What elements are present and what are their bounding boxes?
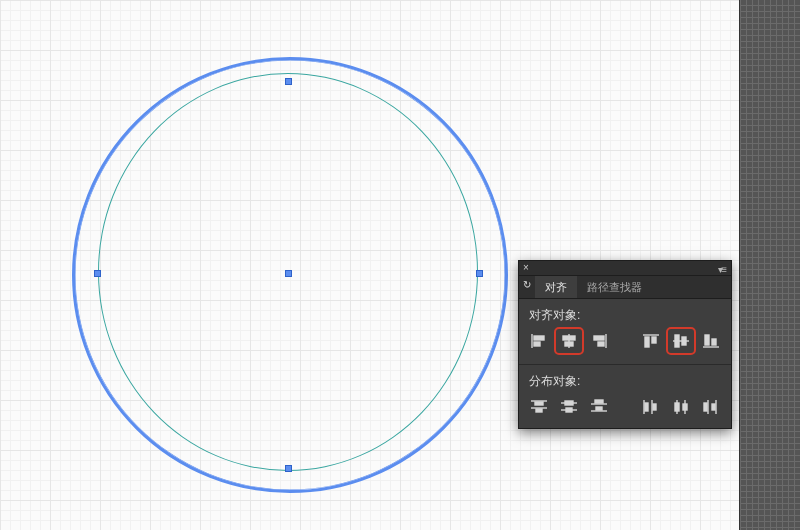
distribute-buttons-row — [519, 394, 731, 428]
svg-rect-5 — [565, 342, 573, 346]
vertical-distribute-top-icon[interactable] — [527, 396, 551, 418]
align-panel: × ▾≡ ↻ 对齐 路径查找器 对齐对象: — [518, 260, 732, 429]
svg-rect-13 — [675, 335, 679, 347]
close-icon[interactable]: × — [523, 262, 529, 273]
svg-rect-23 — [565, 401, 573, 405]
align-objects-label: 对齐对象: — [519, 299, 731, 328]
horizontal-align-center-icon[interactable] — [557, 330, 581, 352]
svg-rect-16 — [705, 335, 709, 345]
selection-anchor-top[interactable] — [285, 78, 292, 85]
svg-rect-38 — [704, 403, 707, 411]
horizontal-align-right-icon[interactable] — [587, 330, 611, 352]
horizontal-distribute-right-icon[interactable] — [699, 396, 723, 418]
ruler-right — [739, 0, 800, 530]
svg-rect-7 — [594, 336, 604, 340]
svg-rect-26 — [595, 400, 603, 403]
svg-rect-2 — [534, 342, 540, 346]
svg-rect-11 — [652, 337, 656, 343]
horizontal-distribute-center-icon[interactable] — [669, 396, 693, 418]
reset-icon[interactable]: ↻ — [523, 279, 531, 290]
distribute-objects-label: 分布对象: — [519, 365, 731, 394]
vertical-align-top-icon[interactable] — [639, 330, 663, 352]
selection-anchor-bottom[interactable] — [285, 465, 292, 472]
vertical-align-center-icon[interactable] — [669, 330, 693, 352]
svg-rect-17 — [712, 339, 716, 345]
tab-align[interactable]: 对齐 — [535, 276, 577, 298]
vertical-align-bottom-icon[interactable] — [699, 330, 723, 352]
selection-anchor-left[interactable] — [94, 270, 101, 277]
svg-rect-28 — [596, 407, 602, 410]
svg-rect-19 — [535, 402, 543, 405]
svg-rect-14 — [682, 337, 686, 345]
vertical-distribute-center-icon[interactable] — [557, 396, 581, 418]
vertical-distribute-bottom-icon[interactable] — [587, 396, 611, 418]
horizontal-align-left-icon[interactable] — [527, 330, 551, 352]
svg-rect-31 — [645, 403, 648, 411]
svg-rect-10 — [645, 337, 649, 347]
svg-rect-25 — [566, 408, 572, 412]
panel-header[interactable]: × ▾≡ — [519, 261, 731, 276]
svg-rect-21 — [536, 409, 542, 412]
selection-anchor-center[interactable] — [285, 270, 292, 277]
align-buttons-row — [519, 328, 731, 362]
svg-rect-40 — [712, 404, 715, 410]
panel-menu-icon[interactable]: ▾≡ — [718, 264, 725, 275]
svg-rect-35 — [675, 403, 679, 411]
svg-rect-33 — [653, 404, 656, 410]
svg-rect-37 — [683, 404, 687, 410]
tab-pathfinder[interactable]: 路径查找器 — [577, 276, 652, 298]
selection-anchor-right[interactable] — [476, 270, 483, 277]
svg-rect-4 — [563, 336, 575, 340]
horizontal-distribute-left-icon[interactable] — [639, 396, 663, 418]
svg-rect-1 — [534, 336, 544, 340]
panel-tabs: ↻ 对齐 路径查找器 — [519, 276, 731, 299]
svg-rect-8 — [598, 342, 604, 346]
